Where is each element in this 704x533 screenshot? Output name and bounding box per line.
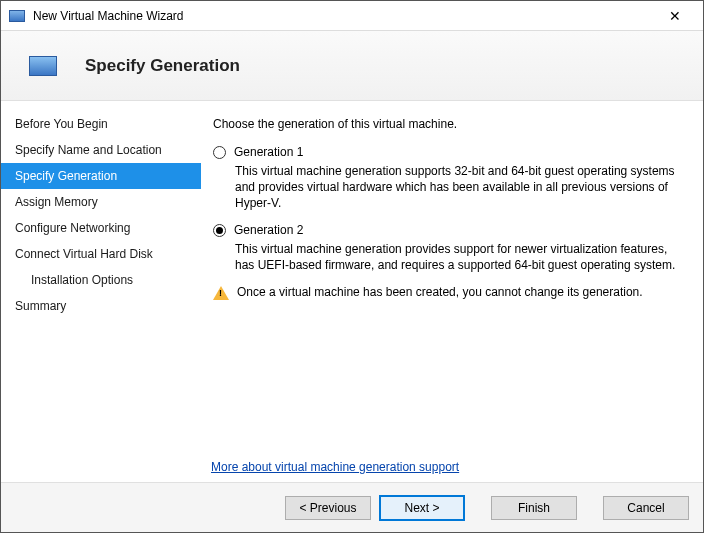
- app-icon: [9, 10, 25, 22]
- sidebar-step[interactable]: Connect Virtual Hard Disk: [1, 241, 201, 267]
- next-button[interactable]: Next >: [379, 495, 465, 521]
- wizard-header: Specify Generation: [1, 31, 703, 101]
- button-bar: < Previous Next > Finish Cancel: [1, 482, 703, 532]
- sidebar-step[interactable]: Summary: [1, 293, 201, 319]
- option-description: This virtual machine generation supports…: [235, 163, 685, 211]
- sidebar-step[interactable]: Assign Memory: [1, 189, 201, 215]
- content-pane: Choose the generation of this virtual ma…: [201, 101, 703, 482]
- wizard-icon: [29, 56, 57, 76]
- radio-button[interactable]: [213, 146, 226, 159]
- generation-option[interactable]: Generation 1: [213, 145, 685, 159]
- radio-button[interactable]: [213, 224, 226, 237]
- warning-icon: [213, 286, 229, 300]
- instruction-text: Choose the generation of this virtual ma…: [213, 117, 685, 131]
- help-link[interactable]: More about virtual machine generation su…: [211, 460, 459, 474]
- option-label: Generation 2: [234, 223, 303, 237]
- cancel-button[interactable]: Cancel: [603, 496, 689, 520]
- step-sidebar: Before You BeginSpecify Name and Locatio…: [1, 101, 201, 482]
- sidebar-step[interactable]: Configure Networking: [1, 215, 201, 241]
- sidebar-step[interactable]: Specify Generation: [1, 163, 201, 189]
- option-description: This virtual machine generation provides…: [235, 241, 685, 273]
- titlebar: New Virtual Machine Wizard ✕: [1, 1, 703, 31]
- option-label: Generation 1: [234, 145, 303, 159]
- sidebar-step[interactable]: Installation Options: [1, 267, 201, 293]
- warning-text: Once a virtual machine has been created,…: [237, 285, 643, 299]
- generation-option[interactable]: Generation 2: [213, 223, 685, 237]
- wizard-body: Before You BeginSpecify Name and Locatio…: [1, 101, 703, 482]
- window-title: New Virtual Machine Wizard: [33, 9, 655, 23]
- previous-button[interactable]: < Previous: [285, 496, 371, 520]
- page-title: Specify Generation: [85, 56, 240, 76]
- sidebar-step[interactable]: Before You Begin: [1, 111, 201, 137]
- finish-button[interactable]: Finish: [491, 496, 577, 520]
- sidebar-step[interactable]: Specify Name and Location: [1, 137, 201, 163]
- close-icon[interactable]: ✕: [655, 2, 695, 30]
- warning-row: Once a virtual machine has been created,…: [213, 285, 685, 300]
